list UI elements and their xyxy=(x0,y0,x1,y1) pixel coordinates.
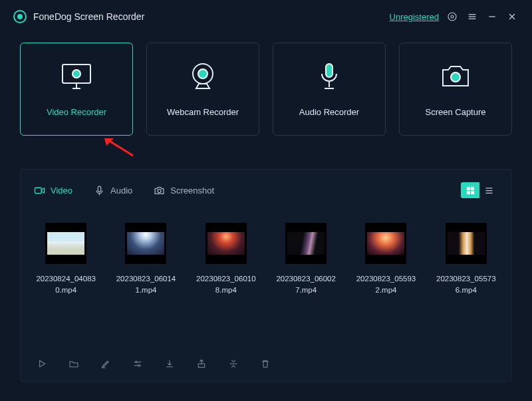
file-grid: 20230824_040830.mp4 20230823_060141.mp4 … xyxy=(34,201,498,350)
webcam-icon xyxy=(187,62,219,91)
mode-card-capture[interactable]: Screen Capture xyxy=(399,43,512,136)
svg-rect-14 xyxy=(326,64,332,77)
file-name: 20230823_060108.mp4 xyxy=(194,273,258,297)
mode-label: Screen Capture xyxy=(425,107,485,117)
list-item[interactable]: 20230823_055932.mp4 xyxy=(354,223,418,350)
list-item[interactable]: 20230823_060108.mp4 xyxy=(194,223,258,350)
svg-point-17 xyxy=(451,72,460,82)
svg-rect-25 xyxy=(471,191,474,194)
svg-point-33 xyxy=(138,364,140,366)
thumbnail xyxy=(285,223,327,264)
svg-rect-22 xyxy=(466,186,469,190)
svg-point-1 xyxy=(451,15,454,18)
file-name: 20230823_060141.mp4 xyxy=(114,273,178,297)
mode-cards: Video Recorder Webcam Recorder Audio Rec… xyxy=(0,33,532,142)
app-logo-icon xyxy=(13,10,27,23)
list-item[interactable]: 20230823_055736.mp4 xyxy=(434,223,498,350)
tab-label: Screenshot xyxy=(170,186,214,196)
edit-icon[interactable] xyxy=(99,357,112,370)
mode-label: Video Recorder xyxy=(47,107,106,117)
library-panel: Video Audio Screenshot 20230824_040830.m… xyxy=(20,169,512,382)
list-item[interactable]: 20230823_060027.mp4 xyxy=(274,223,338,350)
microphone-icon xyxy=(313,62,345,91)
compress-icon[interactable] xyxy=(227,357,240,370)
tab-audio[interactable]: Audio xyxy=(94,185,132,196)
folder-icon[interactable] xyxy=(67,357,80,370)
mode-card-video[interactable]: Video Recorder xyxy=(20,43,133,136)
file-name: 20230823_055736.mp4 xyxy=(434,273,498,297)
menu-icon[interactable] xyxy=(466,10,479,23)
svg-rect-19 xyxy=(98,186,100,192)
mode-label: Audio Recorder xyxy=(299,107,359,117)
minimize-icon[interactable] xyxy=(485,10,499,23)
play-icon[interactable] xyxy=(35,357,49,370)
settings-icon[interactable] xyxy=(446,10,459,23)
thumbnail xyxy=(45,223,86,264)
svg-rect-18 xyxy=(35,188,41,194)
svg-rect-24 xyxy=(466,191,469,194)
trash-icon[interactable] xyxy=(259,357,272,370)
library-tabs: Video Audio Screenshot xyxy=(34,179,498,201)
camera-icon xyxy=(440,62,471,91)
view-toggle xyxy=(461,182,498,198)
sliders-icon[interactable] xyxy=(131,357,144,370)
file-name: 20230823_055932.mp4 xyxy=(354,273,418,297)
list-view-icon[interactable] xyxy=(479,182,498,198)
thumbnail xyxy=(365,223,406,264)
unregistered-link[interactable]: Unregistered xyxy=(390,12,439,22)
file-name: 20230823_060027.mp4 xyxy=(274,273,338,297)
svg-point-32 xyxy=(136,361,138,363)
list-item[interactable]: 20230824_040830.mp4 xyxy=(34,223,98,350)
svg-point-13 xyxy=(198,69,207,78)
file-name: 20230824_040830.mp4 xyxy=(34,273,98,297)
close-icon[interactable] xyxy=(505,10,519,23)
tab-screenshot[interactable]: Screenshot xyxy=(154,185,214,196)
mode-card-webcam[interactable]: Webcam Recorder xyxy=(146,43,259,136)
svg-point-9 xyxy=(72,70,80,78)
list-item[interactable]: 20230823_060141.mp4 xyxy=(114,223,178,350)
tab-label: Audio xyxy=(110,186,132,196)
tab-video[interactable]: Video xyxy=(34,185,72,196)
tab-label: Video xyxy=(51,186,72,196)
thumbnail xyxy=(205,223,247,264)
download-icon[interactable] xyxy=(163,357,176,370)
mode-card-audio[interactable]: Audio Recorder xyxy=(273,43,386,136)
grid-view-icon[interactable] xyxy=(461,182,479,198)
svg-rect-23 xyxy=(471,186,474,190)
library-toolbar xyxy=(34,350,498,373)
share-icon[interactable] xyxy=(195,357,208,370)
svg-point-0 xyxy=(448,13,456,21)
monitor-icon xyxy=(61,62,92,91)
svg-point-21 xyxy=(158,189,161,192)
thumbnail xyxy=(446,223,487,264)
thumbnail xyxy=(125,223,166,264)
titlebar: FoneDog Screen Recorder Unregistered xyxy=(0,0,532,33)
app-title: FoneDog Screen Recorder xyxy=(33,11,144,22)
mode-label: Webcam Recorder xyxy=(167,107,239,117)
